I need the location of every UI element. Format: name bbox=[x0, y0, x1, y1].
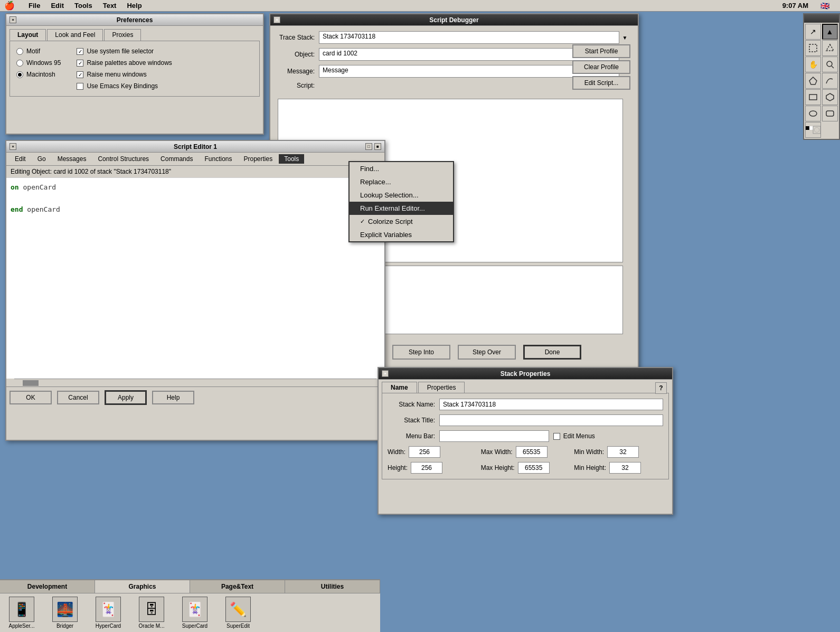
taskbar-tab-graphics[interactable]: Graphics bbox=[95, 580, 190, 593]
checkbox-palettes-box: ✓ bbox=[77, 60, 83, 67]
trace-stack-select[interactable]: Stack 1734703118 bbox=[319, 31, 630, 44]
tool-curve[interactable] bbox=[822, 73, 838, 89]
clear-profile-button[interactable]: Clear Profile bbox=[572, 60, 630, 74]
menu-text[interactable]: Text bbox=[98, 1, 122, 11]
menu-tools[interactable]: Tools bbox=[69, 1, 98, 11]
width-label: Width: bbox=[388, 448, 405, 456]
menu-colorize[interactable]: ✓ Colorize Script bbox=[350, 215, 453, 228]
min-height-input[interactable] bbox=[609, 462, 641, 474]
width-input[interactable] bbox=[409, 446, 440, 458]
start-profile-button[interactable]: Start Profile bbox=[572, 44, 630, 58]
tool-polygon[interactable] bbox=[805, 73, 821, 89]
taskbar-tab-utilities[interactable]: Utilities bbox=[285, 580, 380, 593]
editor-collapse-btn[interactable]: □ bbox=[365, 143, 372, 150]
apply-button[interactable]: Apply bbox=[105, 390, 147, 405]
menu-run-external[interactable]: Run External Editor... bbox=[350, 202, 453, 215]
apple-menu[interactable]: 🍎 bbox=[4, 1, 15, 11]
tools-palette-titlebar bbox=[804, 14, 839, 23]
taskbar-icon-supercard[interactable]: 🃏 SuperCard bbox=[176, 597, 213, 629]
checkbox-sysfile[interactable]: ✓ Use system file selector bbox=[77, 48, 172, 55]
step-into-button[interactable]: Step Into bbox=[392, 345, 450, 360]
debugger-script-scrollbar[interactable] bbox=[622, 99, 630, 262]
taskbar-icon-applesrc[interactable]: 📱 AppleSer... bbox=[3, 597, 40, 629]
applesrc-icon: 📱 bbox=[9, 597, 34, 622]
svg-point-12 bbox=[814, 127, 819, 132]
tool-rounded-rect[interactable] bbox=[822, 106, 838, 121]
tool-oval[interactable] bbox=[805, 106, 821, 121]
taskbar-tab-pagetext[interactable]: Page&Text bbox=[190, 580, 285, 593]
editor-zoom-btn[interactable]: ■ bbox=[374, 143, 381, 150]
editor-code-area[interactable]: on openCard end openCard bbox=[6, 178, 384, 379]
stack-title-input[interactable] bbox=[439, 414, 663, 426]
help-button-stackprops[interactable]: ? bbox=[655, 382, 667, 394]
tab-proxies[interactable]: Proxies bbox=[104, 29, 141, 41]
help-button[interactable]: Help bbox=[152, 391, 194, 404]
tool-zoom[interactable] bbox=[822, 56, 838, 72]
tool-color-picker[interactable] bbox=[805, 122, 821, 138]
tab-layout[interactable]: Layout bbox=[10, 29, 46, 41]
radio-motif[interactable]: Motif bbox=[16, 48, 61, 55]
radio-win95[interactable]: Windows 95 bbox=[16, 59, 61, 67]
taskbar-tab-development[interactable]: Development bbox=[0, 580, 95, 593]
menu-help[interactable]: Help bbox=[121, 1, 147, 11]
applesrc-label: AppleSer... bbox=[9, 623, 35, 629]
prefs-content: Motif Windows 95 Macintosh ✓ Use system … bbox=[10, 41, 260, 97]
tool-rectangle[interactable] bbox=[805, 89, 821, 105]
done-button[interactable]: Done bbox=[523, 345, 581, 360]
editor-menu-edit[interactable]: Edit bbox=[10, 154, 31, 164]
checkbox-palettes[interactable]: ✓ Raise palettes above windows bbox=[77, 59, 172, 67]
radio-mac[interactable]: Macintosh bbox=[16, 71, 61, 78]
tool-pan[interactable]: ✋ bbox=[805, 56, 821, 72]
taskbar-icon-hypercard[interactable]: 🃏 HyperCard bbox=[90, 597, 127, 629]
max-height-input[interactable] bbox=[518, 462, 550, 474]
ok-button[interactable]: OK bbox=[10, 391, 52, 404]
tool-poly-select[interactable] bbox=[822, 40, 838, 56]
edit-menus-checkbox[interactable] bbox=[553, 433, 560, 440]
min-width-input[interactable] bbox=[607, 446, 639, 458]
editor-menu-functions[interactable]: Functions bbox=[199, 154, 237, 164]
tab-properties[interactable]: Properties bbox=[418, 382, 465, 393]
debugger-close-btn[interactable]: × bbox=[273, 16, 280, 23]
editor-menu-messages[interactable]: Messages bbox=[52, 154, 92, 164]
menu-find[interactable]: Find... bbox=[350, 162, 453, 175]
tool-hexagon[interactable] bbox=[822, 89, 838, 105]
cancel-button[interactable]: Cancel bbox=[57, 391, 99, 404]
stack-name-input[interactable] bbox=[439, 399, 663, 410]
tab-name[interactable]: Name bbox=[382, 382, 417, 393]
editor-menu-commands[interactable]: Commands bbox=[155, 154, 198, 164]
menu-replace[interactable]: Replace... bbox=[350, 175, 453, 188]
menu-file[interactable]: File bbox=[23, 1, 45, 11]
editor-menu-properties[interactable]: Properties bbox=[239, 154, 278, 164]
editor-scrollbar-h[interactable] bbox=[14, 379, 376, 386]
svg-marker-6 bbox=[826, 93, 834, 101]
checkbox-menuwin[interactable]: ✓ Raise menu windows bbox=[77, 71, 172, 78]
taskbar: Development Graphics Page&Text Utilities… bbox=[0, 579, 380, 632]
menu-bar-input[interactable] bbox=[439, 430, 549, 442]
tab-look-feel[interactable]: Look and Feel bbox=[47, 29, 103, 41]
checkbox-emacs[interactable]: Use Emacs Key Bindings bbox=[77, 82, 172, 90]
stackprops-close-btn[interactable]: × bbox=[382, 370, 389, 377]
menu-explicit-vars[interactable]: Explicit Variables bbox=[350, 228, 453, 241]
radio-mac-label: Macintosh bbox=[26, 71, 55, 78]
editor-menu-control[interactable]: Control Structures bbox=[92, 154, 154, 164]
trace-stack-arrow[interactable]: ▼ bbox=[619, 31, 630, 44]
scroll-thumb bbox=[23, 380, 39, 386]
edit-menus-check[interactable]: Edit Menus bbox=[553, 432, 595, 440]
tool-pointer[interactable]: ↗ bbox=[805, 24, 821, 40]
taskbar-icon-superedit[interactable]: ✏️ SuperEdit bbox=[220, 597, 257, 629]
max-width-input[interactable] bbox=[516, 446, 548, 458]
tool-rect-select[interactable] bbox=[805, 40, 821, 56]
step-over-button[interactable]: Step Over bbox=[458, 345, 516, 360]
menu-lookup[interactable]: Lookup Selection... bbox=[350, 188, 453, 202]
editor-menu-go[interactable]: Go bbox=[32, 154, 51, 164]
menu-edit[interactable]: Edit bbox=[45, 1, 69, 11]
taskbar-icon-oracle[interactable]: 🗄 Oracle M... bbox=[133, 597, 170, 629]
editor-menu-tools[interactable]: Tools bbox=[279, 154, 304, 164]
tool-arrow[interactable]: ▲ bbox=[822, 24, 838, 40]
height-input[interactable] bbox=[411, 462, 442, 474]
close-btn[interactable]: × bbox=[10, 16, 16, 23]
taskbar-icon-bridger[interactable]: 🌉 Bridger bbox=[46, 597, 83, 629]
debugger-output-scrollbar[interactable] bbox=[622, 266, 630, 334]
editor-close-btn[interactable]: × bbox=[10, 143, 16, 150]
edit-script-button[interactable]: Edit Script... bbox=[572, 76, 630, 90]
